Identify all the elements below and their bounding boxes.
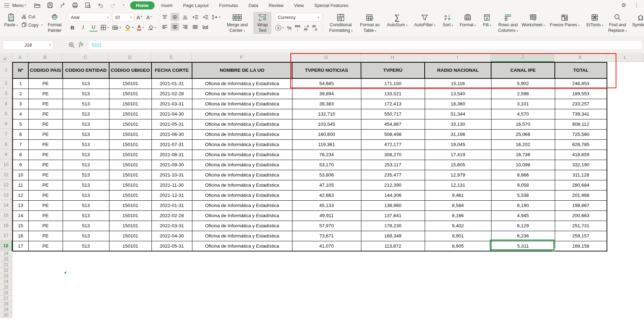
- cell-H12[interactable]: 212,390: [361, 180, 425, 190]
- cell-F2[interactable]: Oficina de Informática y Estadística: [192, 78, 292, 89]
- cell-C6[interactable]: 513: [63, 119, 109, 129]
- header-cell-G1[interactable]: TVPERÚ NOTICIAS: [292, 62, 361, 78]
- row-header-29[interactable]: 29: [0, 307, 12, 312]
- cell-H8[interactable]: 472,177: [361, 139, 425, 150]
- row-header-26[interactable]: 26: [0, 290, 12, 296]
- cell-A16[interactable]: 15: [13, 221, 28, 231]
- cell-I8[interactable]: 19,045: [425, 139, 491, 150]
- cell-I9[interactable]: 17,419: [425, 150, 491, 160]
- cell-D5[interactable]: 150101: [109, 109, 151, 119]
- justify-icon[interactable]: [191, 23, 199, 31]
- increase-font-size-button[interactable]: A⁺: [135, 13, 144, 21]
- cell-H17[interactable]: 169,349: [361, 231, 425, 241]
- cell-A6[interactable]: 5: [13, 119, 28, 129]
- freeze-panes-button[interactable]: Freeze Panes▾: [546, 12, 583, 29]
- cell-G15[interactable]: 49,911: [292, 210, 361, 221]
- cell-C9[interactable]: 513: [63, 150, 109, 160]
- cell-I14[interactable]: 8,584: [425, 200, 491, 210]
- cell-A5[interactable]: 4: [13, 109, 28, 119]
- align-middle-icon[interactable]: [171, 13, 179, 21]
- cell-B6[interactable]: PE: [28, 119, 63, 129]
- copy-button[interactable]: Copy ▾: [21, 22, 43, 29]
- header-cell-H1[interactable]: TVPERÚ: [361, 62, 425, 78]
- cell-E17[interactable]: 2022-04-30: [151, 231, 192, 241]
- row-header-11[interactable]: 11: [0, 170, 12, 180]
- cell-B14[interactable]: PE: [28, 200, 63, 210]
- cell-A15[interactable]: 14: [13, 210, 28, 221]
- cell-K4[interactable]: 233,257: [555, 99, 607, 109]
- cell-J16[interactable]: 6,129: [491, 221, 555, 231]
- tab-page-layout[interactable]: Page Layout: [178, 1, 214, 9]
- cell-area[interactable]: NºCODIGO PAISCODIGO ENTIDADCODIGO UBIGEO…: [12, 62, 644, 325]
- cell-J18[interactable]: 5,311: [491, 241, 555, 251]
- header-cell-B1[interactable]: CODIGO PAIS: [28, 62, 63, 78]
- cell-F16[interactable]: Oficina de Informática y Estadística: [192, 221, 292, 231]
- cell-G10[interactable]: 53,170: [292, 160, 361, 170]
- column-header-H[interactable]: H: [361, 53, 424, 62]
- open-file-icon[interactable]: [34, 2, 41, 9]
- export-icon[interactable]: [59, 2, 66, 9]
- cell-C3[interactable]: 513: [63, 89, 109, 99]
- cell-C15[interactable]: 513: [63, 210, 109, 221]
- row-header-23[interactable]: 23: [0, 273, 12, 279]
- borders-button[interactable]: ▾: [100, 23, 109, 32]
- cell-B18[interactable]: PE: [28, 241, 63, 251]
- column-header-D[interactable]: D: [109, 53, 151, 62]
- cell-E2[interactable]: 2021-01-31: [151, 78, 192, 89]
- column-header-A[interactable]: A: [12, 53, 28, 62]
- align-center-icon[interactable]: [171, 23, 179, 31]
- cell-D7[interactable]: 150101: [109, 129, 151, 139]
- decrease-decimal-button[interactable]: .00→.0: [312, 25, 317, 31]
- save-icon[interactable]: [47, 2, 54, 9]
- tab-view[interactable]: View: [289, 1, 309, 9]
- underline-button[interactable]: U: [89, 23, 98, 32]
- cell-A3[interactable]: 2: [13, 89, 28, 99]
- cell-I4[interactable]: 18,360: [425, 99, 491, 109]
- row-header-21[interactable]: 21: [0, 262, 12, 268]
- cell-F14[interactable]: Oficina de Informática y Estadística: [192, 200, 292, 210]
- cell-F17[interactable]: Oficina de Informática y Estadística: [192, 231, 292, 241]
- cell-D17[interactable]: 150101: [109, 231, 151, 241]
- tab-review[interactable]: Review: [263, 1, 289, 9]
- cell-G5[interactable]: 132,710: [292, 109, 361, 119]
- tab-formulas[interactable]: Formulas: [214, 1, 243, 9]
- row-header-3[interactable]: 3: [0, 88, 12, 98]
- row-header-6[interactable]: 6: [0, 119, 12, 129]
- cell-H9[interactable]: 308,270: [361, 150, 425, 160]
- cell-J13[interactable]: 5,538: [491, 190, 555, 200]
- cell-G4[interactable]: 39,383: [292, 99, 361, 109]
- percent-style-button[interactable]: %: [287, 25, 291, 31]
- cell-K6[interactable]: 608,112: [555, 119, 607, 129]
- menu-button[interactable]: Menu: [12, 3, 24, 8]
- cell-C18[interactable]: 513: [63, 241, 109, 251]
- cell-F9[interactable]: Oficina de Informática y Estadística: [192, 150, 292, 160]
- cell-E11[interactable]: 2021-10-31: [151, 170, 192, 180]
- cell-H6[interactable]: 454,867: [361, 119, 425, 129]
- autofilter-button[interactable]: AutoFilter▾: [411, 12, 439, 29]
- cell-D18[interactable]: 150101: [109, 241, 151, 251]
- cell-B3[interactable]: PE: [28, 89, 63, 99]
- decrease-indent-icon[interactable]: [191, 13, 199, 21]
- cell-D3[interactable]: 150101: [109, 89, 151, 99]
- cell-E3[interactable]: 2021-02-28: [151, 89, 192, 99]
- cell-D2[interactable]: 150101: [109, 78, 151, 89]
- cell-F4[interactable]: Oficina de Informática y Estadística: [192, 99, 292, 109]
- cell-I12[interactable]: 12,131: [425, 180, 491, 190]
- decrease-font-size-button[interactable]: A⁻: [145, 13, 154, 21]
- row-header-18[interactable]: 18: [0, 241, 12, 251]
- cell-B11[interactable]: PE: [28, 170, 63, 180]
- cell-E9[interactable]: 2021-08-31: [151, 150, 192, 160]
- distributed-align-icon[interactable]: [201, 23, 210, 31]
- cell-H15[interactable]: 137,641: [361, 210, 425, 221]
- format-button[interactable]: Format▾: [457, 12, 479, 29]
- cell-G14[interactable]: 45,133: [292, 200, 361, 210]
- cell-J3[interactable]: 2,598: [491, 89, 555, 99]
- cell-B5[interactable]: PE: [28, 109, 63, 119]
- row-header-25[interactable]: 25: [0, 284, 12, 290]
- cell-A10[interactable]: 9: [13, 160, 28, 170]
- cell-C12[interactable]: 513: [63, 180, 109, 190]
- row-header-19[interactable]: 19: [0, 251, 12, 256]
- cell-G7[interactable]: 160,800: [292, 129, 361, 139]
- cell-K17[interactable]: 259,157: [555, 231, 607, 241]
- tab-insert[interactable]: Insert: [156, 1, 178, 9]
